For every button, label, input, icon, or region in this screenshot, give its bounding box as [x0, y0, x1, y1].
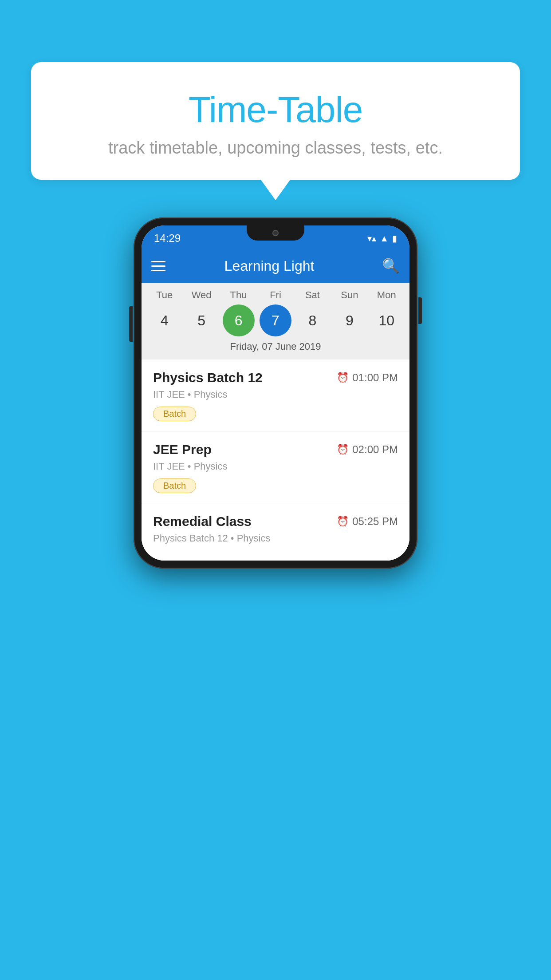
day-label-mon: Mon — [370, 289, 402, 301]
time-value-2: 02:00 PM — [352, 443, 398, 456]
battery-icon: ▮ — [392, 233, 397, 244]
class-name-1: Physics Batch 12 — [153, 370, 263, 385]
phone-mockup: 14:29 ▾▴ ▲ ▮ Learning Light 🔍 — [134, 217, 417, 569]
clock-icon-2: ⏰ — [337, 444, 349, 455]
speech-bubble-wrapper: Time-Table track timetable, upcoming cla… — [31, 62, 520, 180]
phone-notch — [247, 225, 304, 241]
phone-outer: 14:29 ▾▴ ▲ ▮ Learning Light 🔍 — [134, 217, 417, 569]
class-time-3: ⏰ 05:25 PM — [337, 515, 398, 528]
schedule-item-2-header: JEE Prep ⏰ 02:00 PM — [153, 442, 398, 457]
batch-badge-1: Batch — [153, 407, 196, 421]
class-time-2: ⏰ 02:00 PM — [337, 443, 398, 456]
app-title-heading: Time-Table — [49, 89, 502, 130]
schedule-item-3-header: Remedial Class ⏰ 05:25 PM — [153, 514, 398, 529]
menu-button[interactable] — [151, 261, 165, 271]
day-8[interactable]: 8 — [296, 304, 328, 336]
status-time: 14:29 — [154, 232, 181, 245]
clock-icon-3: ⏰ — [337, 516, 349, 527]
day-4[interactable]: 4 — [149, 304, 181, 336]
day-5[interactable]: 5 — [185, 304, 217, 336]
hamburger-line-2 — [151, 265, 165, 267]
signal-icon: ▲ — [380, 233, 389, 244]
search-icon[interactable]: 🔍 — [382, 257, 400, 274]
clock-icon-1: ⏰ — [337, 372, 349, 383]
class-name-3: Remedial Class — [153, 514, 252, 529]
batch-badge-2: Batch — [153, 478, 196, 493]
hamburger-line-1 — [151, 261, 165, 262]
calendar-strip: Tue Wed Thu Fri Sat Sun Mon 4 5 6 7 8 9 … — [142, 283, 409, 360]
schedule-list: Physics Batch 12 ⏰ 01:00 PM IIT JEE • Ph… — [142, 360, 409, 561]
app-bar: Learning Light 🔍 — [142, 249, 409, 283]
day-label-sun: Sun — [334, 289, 366, 301]
day-label-wed: Wed — [185, 289, 217, 301]
camera-dot — [272, 230, 279, 236]
schedule-item-2[interactable]: JEE Prep ⏰ 02:00 PM IIT JEE • Physics Ba… — [142, 431, 409, 503]
day-7-selected[interactable]: 7 — [260, 304, 291, 336]
day-headers: Tue Wed Thu Fri Sat Sun Mon — [142, 288, 409, 303]
status-icons: ▾▴ ▲ ▮ — [367, 233, 397, 244]
schedule-item-3[interactable]: Remedial Class ⏰ 05:25 PM Physics Batch … — [142, 503, 409, 561]
day-label-sat: Sat — [296, 289, 328, 301]
hamburger-line-3 — [151, 270, 165, 271]
schedule-item-1[interactable]: Physics Batch 12 ⏰ 01:00 PM IIT JEE • Ph… — [142, 360, 409, 431]
day-label-fri: Fri — [260, 289, 291, 301]
class-meta-3: Physics Batch 12 • Physics — [153, 533, 398, 544]
day-10[interactable]: 10 — [370, 304, 402, 336]
day-6-today[interactable]: 6 — [223, 304, 255, 336]
class-name-2: JEE Prep — [153, 442, 212, 457]
time-value-1: 01:00 PM — [352, 371, 398, 384]
selected-date-label: Friday, 07 June 2019 — [142, 338, 409, 357]
day-label-thu: Thu — [223, 289, 255, 301]
speech-bubble: Time-Table track timetable, upcoming cla… — [31, 62, 520, 180]
class-time-1: ⏰ 01:00 PM — [337, 371, 398, 384]
day-numbers: 4 5 6 7 8 9 10 — [142, 303, 409, 338]
time-value-3: 05:25 PM — [352, 515, 398, 528]
phone-screen: 14:29 ▾▴ ▲ ▮ Learning Light 🔍 — [142, 225, 409, 561]
class-meta-1: IIT JEE • Physics — [153, 389, 398, 400]
app-bar-title: Learning Light — [174, 258, 364, 274]
app-subtitle: track timetable, upcoming classes, tests… — [49, 138, 502, 158]
day-9[interactable]: 9 — [334, 304, 366, 336]
wifi-icon: ▾▴ — [367, 233, 376, 244]
day-label-tue: Tue — [149, 289, 181, 301]
class-meta-2: IIT JEE • Physics — [153, 461, 398, 472]
schedule-item-1-header: Physics Batch 12 ⏰ 01:00 PM — [153, 370, 398, 385]
